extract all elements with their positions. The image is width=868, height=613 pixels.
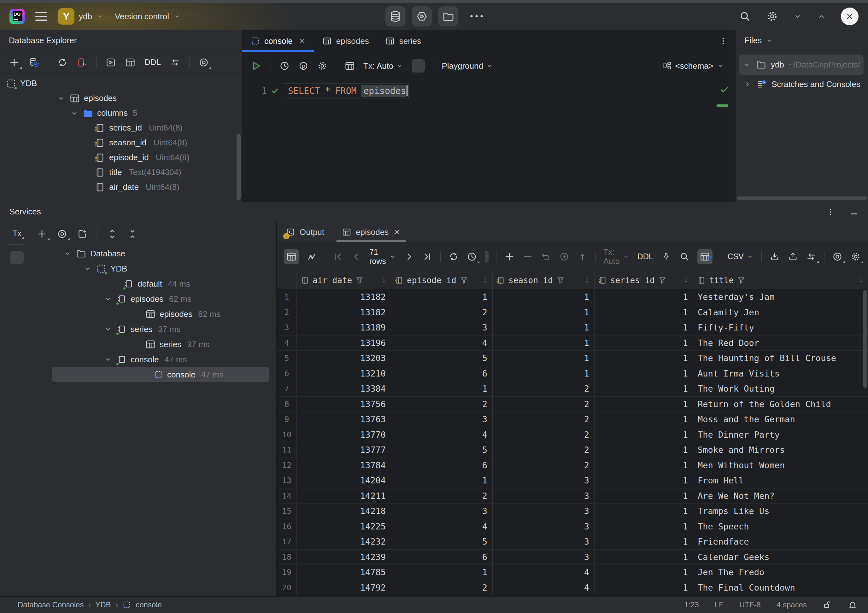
cell-title[interactable]: Aunt Irma Visits: [693, 366, 868, 382]
cell-air-date[interactable]: 14204: [297, 473, 391, 488]
funnel-icon[interactable]: [355, 276, 364, 285]
column-header-episode-id[interactable]: episode_id: [391, 271, 493, 289]
tab-result-episodes[interactable]: episodes: [333, 222, 409, 242]
cell-episode-id[interactable]: 5: [391, 534, 493, 550]
cell-episode-id[interactable]: 6: [391, 458, 493, 473]
cell-air-date[interactable]: 13384: [297, 381, 391, 397]
row-number[interactable]: 2: [277, 305, 297, 320]
compare-icon[interactable]: [806, 251, 817, 262]
tab-episodes[interactable]: episodes: [314, 30, 377, 52]
cell-series-id[interactable]: 1: [595, 305, 693, 320]
files-header[interactable]: Files: [736, 30, 868, 51]
database-explorer-header[interactable]: Database Explorer: [0, 30, 242, 51]
cell-episode-id[interactable]: 4: [391, 427, 493, 443]
project-widget[interactable]: Y ydb: [58, 8, 104, 25]
tree-item-column[interactable]: episode_id Uint64(8): [0, 150, 242, 165]
more-toolwindows-button[interactable]: [471, 15, 483, 17]
find-icon[interactable]: [679, 251, 690, 262]
tab-series[interactable]: series: [377, 30, 429, 52]
row-number[interactable]: 16: [277, 519, 297, 534]
cell-series-id[interactable]: 1: [595, 580, 693, 596]
cell-title[interactable]: From Hell: [693, 473, 868, 488]
options-menu-icon[interactable]: [826, 207, 835, 217]
cell-air-date[interactable]: 13756: [297, 397, 391, 412]
cell-title[interactable]: The Haunting of Bill Crouse: [693, 351, 868, 366]
files-item-scratches[interactable]: Scratches and Consoles: [736, 75, 868, 94]
service-item-result[interactable]: episodes 62 ms: [34, 306, 276, 322]
filter-button[interactable]: [698, 249, 713, 264]
cell-air-date[interactable]: 14785: [297, 565, 391, 580]
disconnect-icon[interactable]: [77, 57, 87, 68]
cell-series-id[interactable]: 1: [595, 381, 693, 397]
next-page-icon[interactable]: [404, 251, 414, 262]
first-page-icon[interactable]: [333, 251, 344, 262]
service-item-database[interactable]: Database: [34, 246, 276, 261]
cell-series-id[interactable]: 1: [595, 289, 693, 305]
files-item-project-root[interactable]: ydb ~/DataGripProjects/ydb: [739, 54, 863, 75]
grid-corner-cell[interactable]: [277, 271, 297, 289]
cell-series-id[interactable]: 1: [595, 503, 693, 519]
cell-season-id[interactable]: 4: [493, 580, 595, 596]
cell-season-id[interactable]: 1: [493, 336, 595, 351]
lock-icon[interactable]: [823, 600, 832, 610]
row-number[interactable]: 7: [277, 381, 297, 397]
cell-season-id[interactable]: 3: [493, 503, 595, 519]
close-tab-icon[interactable]: [393, 228, 401, 236]
row-number[interactable]: 15: [277, 503, 297, 519]
service-item-session[interactable]: default 44 ms: [34, 276, 276, 291]
cell-title[interactable]: Return of the Golden Child: [693, 397, 868, 412]
cell-title[interactable]: Calendar Geeks: [693, 550, 868, 565]
explorer-scrollbar[interactable]: [237, 134, 241, 200]
cell-series-id[interactable]: 1: [595, 336, 693, 351]
gear-icon[interactable]: [317, 60, 328, 71]
cell-air-date[interactable]: 14225: [297, 519, 391, 534]
add-service-icon[interactable]: [37, 229, 47, 239]
cell-series-id[interactable]: 1: [595, 366, 693, 382]
service-item-session[interactable]: console 47 ms: [34, 352, 276, 367]
last-page-icon[interactable]: [422, 251, 433, 262]
cell-air-date[interactable]: 13777: [297, 443, 391, 458]
delete-row-icon[interactable]: [522, 251, 533, 262]
cell-title[interactable]: The Work Outing: [693, 381, 868, 397]
tree-item-column[interactable]: air_date Uint64(8): [0, 180, 242, 195]
cell-title[interactable]: Fifty-Fifty: [693, 320, 868, 336]
row-number[interactable]: 8: [277, 397, 297, 412]
navigate-console-icon[interactable]: [170, 57, 180, 68]
tx-rail-button[interactable]: Tx: [12, 229, 22, 238]
code-editor[interactable]: 1 SELECT * FROM episodes: [242, 80, 735, 202]
schema-select[interactable]: <schema>: [662, 60, 727, 71]
cell-title[interactable]: Are We Not Men?: [693, 488, 868, 504]
cell-series-id[interactable]: 1: [595, 519, 693, 534]
column-header-series-id[interactable]: series_id: [595, 271, 693, 289]
cell-air-date[interactable]: 13203: [297, 351, 391, 366]
cell-air-date[interactable]: 14211: [297, 488, 391, 504]
cell-episode-id[interactable]: 2: [391, 580, 493, 596]
row-number[interactable]: 18: [277, 550, 297, 565]
cell-episode-id[interactable]: 3: [391, 412, 493, 427]
files-tool-button[interactable]: [439, 6, 459, 26]
cell-season-id[interactable]: 3: [493, 550, 595, 565]
export-format-select[interactable]: CSV: [728, 252, 754, 261]
cell-episode-id[interactable]: 5: [391, 351, 493, 366]
cell-series-id[interactable]: 1: [595, 534, 693, 550]
cell-title[interactable]: The Final Countdown: [693, 580, 868, 596]
cell-episode-id[interactable]: 6: [391, 550, 493, 565]
cell-series-id[interactable]: 1: [595, 351, 693, 366]
import-upload-icon[interactable]: [787, 251, 798, 262]
cell-season-id[interactable]: 2: [493, 443, 595, 458]
ddl-button[interactable]: DDL: [637, 252, 653, 261]
parameters-icon[interactable]: [298, 60, 309, 71]
profile-select[interactable]: Playground: [442, 61, 493, 71]
add-datasource-icon[interactable]: [9, 57, 20, 68]
cell-season-id[interactable]: 3: [493, 534, 595, 550]
cell-series-id[interactable]: 1: [595, 565, 693, 580]
cell-title[interactable]: Tramps Like Us: [693, 503, 868, 519]
funnel-icon[interactable]: [556, 276, 565, 285]
chevron-down-icon[interactable]: [63, 249, 72, 258]
row-number[interactable]: 20: [277, 580, 297, 596]
settings-gear-icon[interactable]: [766, 10, 778, 23]
sort-icon[interactable]: [682, 277, 690, 284]
cell-air-date[interactable]: 14218: [297, 503, 391, 519]
minimize-icon[interactable]: [849, 207, 859, 217]
row-number[interactable]: 4: [277, 336, 297, 351]
